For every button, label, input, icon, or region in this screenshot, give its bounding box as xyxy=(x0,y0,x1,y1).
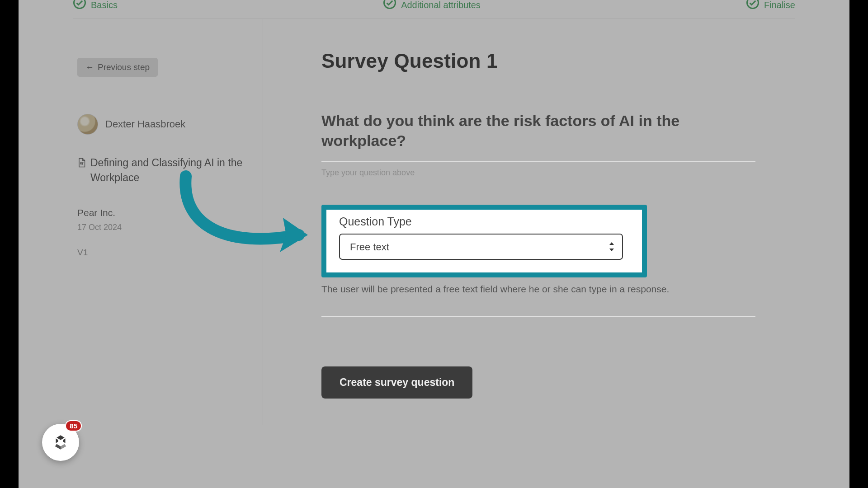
file-pdf-icon xyxy=(77,158,86,168)
user-row: Dexter Haasbroek xyxy=(77,114,245,135)
step-label: Finalise xyxy=(764,0,795,10)
sidebar: ← Previous step Dexter Haasbroek Definin… xyxy=(77,58,245,258)
step-label: Basics xyxy=(91,0,118,10)
step-label: Additional attributes xyxy=(401,0,481,10)
user-name: Dexter Haasbroek xyxy=(105,118,185,130)
help-widget-button[interactable]: 85 xyxy=(42,424,79,461)
app-stage: Basics Additional attributes Finalise ← … xyxy=(19,0,849,488)
question-type-description: The user will be presented a free text f… xyxy=(321,284,774,295)
step-additional-attributes[interactable]: Additional attributes xyxy=(383,0,481,10)
main-content: Survey Question 1 What do you think are … xyxy=(321,50,774,399)
question-text-input[interactable]: What do you think are the risk factors o… xyxy=(321,111,728,150)
create-survey-question-button[interactable]: Create survey question xyxy=(321,366,472,399)
widget-logo-icon xyxy=(51,433,70,452)
document-version: V1 xyxy=(77,248,245,258)
divider xyxy=(321,316,755,317)
question-hint: Type your question above xyxy=(321,168,774,178)
avatar xyxy=(77,114,98,135)
company-name: Pear Inc. xyxy=(77,207,245,218)
document-row: Defining and Classifying AI in the Workp… xyxy=(77,155,245,186)
step-finalise[interactable]: Finalise xyxy=(746,0,795,10)
previous-step-label: Previous step xyxy=(98,62,150,72)
document-title: Defining and Classifying AI in the Workp… xyxy=(90,155,245,186)
document-date: 17 Oct 2024 xyxy=(77,223,245,232)
stepper: Basics Additional attributes Finalise xyxy=(73,0,795,19)
check-circle-icon xyxy=(73,0,86,9)
question-type-label: Question Type xyxy=(339,215,629,228)
check-circle-icon xyxy=(383,0,396,9)
widget-badge: 85 xyxy=(65,420,82,432)
check-circle-icon xyxy=(746,0,760,9)
step-basics[interactable]: Basics xyxy=(73,0,118,10)
question-type-select-wrap: Free text xyxy=(339,234,623,260)
arrow-left-icon: ← xyxy=(85,62,94,72)
page-title: Survey Question 1 xyxy=(321,50,774,72)
previous-step-button[interactable]: ← Previous step xyxy=(77,58,158,77)
divider xyxy=(321,161,755,162)
vertical-divider xyxy=(263,19,263,425)
question-type-highlight-box: Question Type Free text xyxy=(321,205,647,277)
question-type-select[interactable]: Free text xyxy=(339,234,623,260)
